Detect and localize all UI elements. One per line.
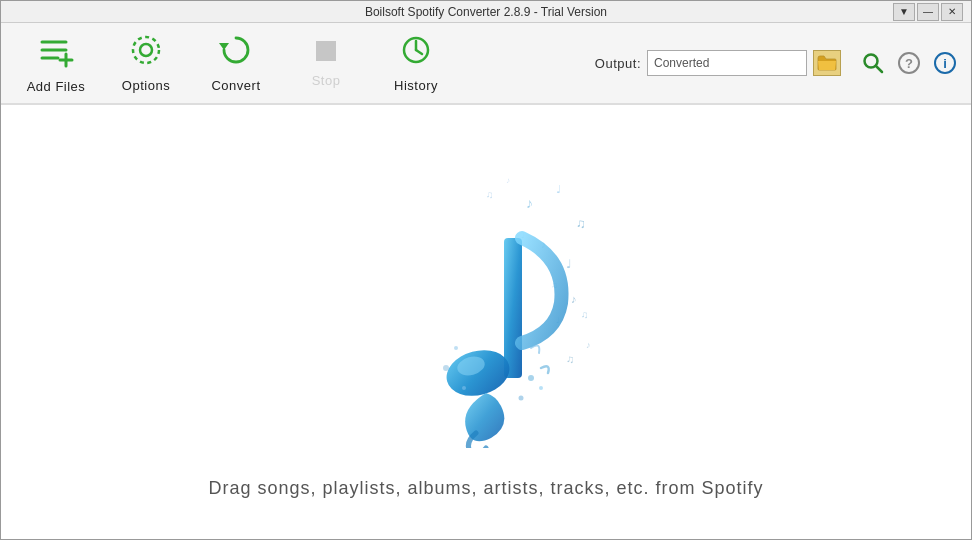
main-content: ♪ ♩ ♫ ♪ ♩ ♫ ♪ ♩ ♫ ♩ ♪ ♫ ♫ ♪ (1, 105, 971, 540)
toolbar: Add Files Options Convert Stop (1, 23, 971, 105)
options-icon (129, 33, 163, 72)
svg-point-6 (133, 37, 159, 63)
svg-rect-32 (504, 238, 522, 378)
drag-drop-text: Drag songs, playlists, albums, artists, … (208, 478, 763, 499)
options-label: Options (122, 78, 170, 93)
info-button[interactable]: i (929, 47, 961, 79)
svg-text:♪: ♪ (526, 195, 533, 211)
search-action-button[interactable] (857, 47, 889, 79)
add-files-label: Add Files (27, 79, 86, 94)
convert-label: Convert (211, 78, 260, 93)
svg-rect-8 (316, 41, 336, 61)
add-files-button[interactable]: Add Files (11, 24, 101, 102)
output-input[interactable] (647, 50, 807, 76)
help-button[interactable]: ? (893, 47, 925, 79)
folder-button[interactable] (813, 50, 841, 76)
add-files-icon (38, 32, 74, 74)
music-illustration: ♪ ♩ ♫ ♪ ♩ ♫ ♪ ♩ ♫ ♩ ♪ ♫ ♫ ♪ (356, 148, 616, 448)
svg-line-11 (416, 50, 422, 54)
svg-text:?: ? (905, 56, 913, 71)
titlebar: Boilsoft Spotify Converter 2.8.9 - Trial… (1, 1, 971, 23)
output-section: Output: ? (595, 47, 961, 79)
svg-text:♪: ♪ (586, 340, 591, 350)
svg-point-5 (140, 44, 152, 56)
svg-text:♩: ♩ (556, 183, 561, 195)
svg-point-33 (441, 343, 514, 402)
svg-text:♫: ♫ (576, 216, 586, 231)
svg-point-37 (519, 395, 524, 400)
history-icon (399, 33, 433, 72)
stop-button[interactable]: Stop (281, 24, 371, 102)
svg-line-13 (876, 66, 882, 72)
titlebar-close-btn[interactable]: ✕ (941, 3, 963, 21)
action-icons: ? i (857, 47, 961, 79)
svg-text:♪: ♪ (506, 176, 510, 185)
titlebar-minimize-btn[interactable]: — (917, 3, 939, 21)
svg-text:♫: ♫ (566, 353, 574, 365)
history-button[interactable]: History (371, 24, 461, 102)
output-label: Output: (595, 56, 641, 71)
svg-text:♫: ♫ (486, 189, 494, 200)
svg-text:♩: ♩ (566, 257, 572, 271)
svg-point-35 (528, 375, 534, 381)
titlebar-controls: ▼ — ✕ (893, 3, 963, 21)
stop-icon (315, 39, 337, 67)
history-label: History (394, 78, 438, 93)
options-button[interactable]: Options (101, 24, 191, 102)
convert-icon (219, 33, 253, 72)
svg-point-38 (454, 346, 458, 350)
svg-point-39 (443, 365, 449, 371)
svg-text:♫: ♫ (581, 309, 589, 320)
titlebar-dropdown-btn[interactable]: ▼ (893, 3, 915, 21)
convert-button[interactable]: Convert (191, 24, 281, 102)
svg-point-40 (462, 386, 466, 390)
svg-text:♪: ♪ (571, 293, 577, 305)
stop-label: Stop (312, 73, 341, 88)
svg-marker-7 (219, 43, 229, 50)
svg-point-36 (539, 386, 543, 390)
svg-text:i: i (943, 56, 947, 71)
titlebar-title: Boilsoft Spotify Converter 2.8.9 - Trial… (79, 5, 893, 19)
